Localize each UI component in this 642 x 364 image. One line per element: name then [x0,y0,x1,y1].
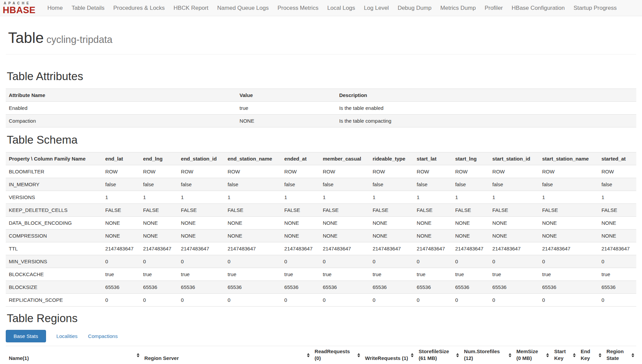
sort-icon[interactable] [456,353,459,357]
regions-column-header-end-key[interactable]: End Key [578,346,603,364]
regions-column-label: End Key [581,348,590,361]
schema-value-cell: 2147483647 [598,242,636,255]
nav-item-hbase-configuration[interactable]: HBase Configuration [507,0,569,16]
nav-item-home[interactable]: Home [43,0,67,16]
schema-value-cell: true [281,268,320,281]
schema-value-cell: 1 [414,191,452,204]
regions-column-label: WriteRequests (1) [365,355,408,361]
regions-column-label: StorefileSize (61 MB) [419,348,449,361]
schema-value-cell: 0 [281,294,320,307]
regions-column-label: Region State [606,348,624,361]
regions-column-header-region-server[interactable]: Region Server [141,346,312,364]
schema-value-cell: ROW [224,165,281,178]
schema-value-cell: ROW [452,165,489,178]
schema-value-cell: 65536 [414,281,452,294]
schema-value-cell: 0 [452,294,489,307]
schema-value-cell: 0 [224,294,281,307]
schema-row: TTL2147483647214748364721474836472147483… [6,242,636,255]
regions-column-header-storefilesize-61-mb-[interactable]: StorefileSize (61 MB) [416,346,461,364]
table-attributes: Attribute NameValueDescription Enabledtr… [6,89,636,127]
schema-value-cell: 0 [140,294,178,307]
sort-icon[interactable] [307,353,310,357]
schema-value-cell: true [320,268,370,281]
sort-icon[interactable] [411,353,414,357]
regions-column-header-memsize-0-mb-[interactable]: MemSize (0 MB) [513,346,551,364]
schema-value-cell: NONE [320,229,370,242]
schema-value-cell: NONE [281,229,320,242]
nav-item-process-metrics[interactable]: Process Metrics [273,0,323,16]
sort-icon[interactable] [137,353,139,357]
schema-value-cell: NONE [489,229,539,242]
schema-row: IN_MEMORYfalsefalsefalsefalsefalsefalsef… [6,178,636,191]
schema-value-cell: NONE [178,229,225,242]
schema-value-cell: NONE [178,217,225,229]
schema-value-cell: FALSE [539,204,598,217]
nav-item-named-queue-logs[interactable]: Named Queue Logs [213,0,273,16]
schema-value-cell: 2147483647 [281,242,320,255]
schema-value-cell: ROW [140,165,178,178]
schema-value-cell: true [539,268,598,281]
schema-value-cell: ROW [539,165,598,178]
schema-value-cell: true [452,268,489,281]
nav-item-hbck-report[interactable]: HBCK Report [169,0,213,16]
schema-value-cell: true [414,268,452,281]
schema-property-cell: COMPRESSION [6,229,102,242]
regions-column-label: ReadRequests (0) [315,348,350,361]
regions-column-header-name-1-[interactable]: Name(1) [6,346,141,364]
schema-value-cell: 2147483647 [224,242,281,255]
tab-compactions[interactable]: Compactions [88,333,118,339]
regions-column-header-readrequests-0-[interactable]: ReadRequests (0) [312,346,362,364]
schema-value-cell: FALSE [598,204,636,217]
schema-value-cell: ROW [320,165,370,178]
sort-down-arrow [411,356,414,357]
nav-item-profiler[interactable]: Profiler [480,0,507,16]
regions-header-row: Name(1)Region ServerReadRequests (0)Writ… [6,346,636,364]
sort-down-arrow [357,356,360,357]
table-regions-heading: Table Regions [7,312,636,325]
schema-value-cell: FALSE [281,204,320,217]
schema-value-cell: 1 [489,191,539,204]
sort-icon[interactable] [632,353,634,357]
sort-icon[interactable] [599,353,601,357]
tab-localities[interactable]: Localities [57,333,78,339]
schema-row: BLOCKSIZE6553665536655366553665536655366… [6,281,636,294]
schema-value-cell: 2147483647 [178,242,225,255]
schema-value-cell: 2147483647 [539,242,598,255]
nav-item-debug-dump[interactable]: Debug Dump [393,0,436,16]
top-navbar: APACHE HBASE HomeTable DetailsProcedures… [0,0,642,16]
nav-item-procedures-locks[interactable]: Procedures & Locks [109,0,169,16]
schema-row: BLOOMFILTERROWROWROWROWROWROWROWROWROWRO… [6,165,636,178]
nav-item-startup-progress[interactable]: Startup Progress [569,0,621,16]
schema-value-cell: 0 [370,255,414,268]
schema-value-cell: true [102,268,140,281]
schema-value-cell: 0 [224,255,281,268]
regions-column-header-region-state[interactable]: Region State [603,346,636,364]
schema-value-cell: true [489,268,539,281]
nav-item-log-level[interactable]: Log Level [359,0,393,16]
page-title-text: Table [8,29,44,46]
schema-row: VERSIONS111111111111 [6,191,636,204]
schema-value-cell: NONE [224,229,281,242]
schema-value-cell: 65536 [102,281,140,294]
schema-value-cell: true [598,268,636,281]
sort-icon[interactable] [357,353,360,357]
nav-item-metrics-dump[interactable]: Metrics Dump [436,0,480,16]
regions-column-header-start-key[interactable]: Start Key [551,346,577,364]
schema-row: KEEP_DELETED_CELLSFALSEFALSEFALSEFALSEFA… [6,204,636,217]
schema-value-cell: 2147483647 [102,242,140,255]
schema-value-cell: 2147483647 [370,242,414,255]
sort-down-arrow [632,356,634,357]
tab-base-stats[interactable]: Base Stats [6,330,46,342]
nav-item-local-logs[interactable]: Local Logs [323,0,359,16]
nav-item-table-details[interactable]: Table Details [67,0,109,16]
schema-value-cell: ROW [598,165,636,178]
sort-up-arrow [307,353,310,355]
sort-icon[interactable] [546,353,549,357]
hbase-logo[interactable]: APACHE HBASE [3,2,36,15]
attributes-header-row: Attribute NameValueDescription [6,89,636,102]
sort-icon[interactable] [509,353,511,357]
schema-family-column-header: end_station_name [224,152,281,165]
regions-column-header-num-storefiles-12-[interactable]: Num.Storefiles (12) [461,346,513,364]
regions-column-header-writerequests-1-[interactable]: WriteRequests (1) [362,346,416,364]
sort-icon[interactable] [573,353,576,357]
